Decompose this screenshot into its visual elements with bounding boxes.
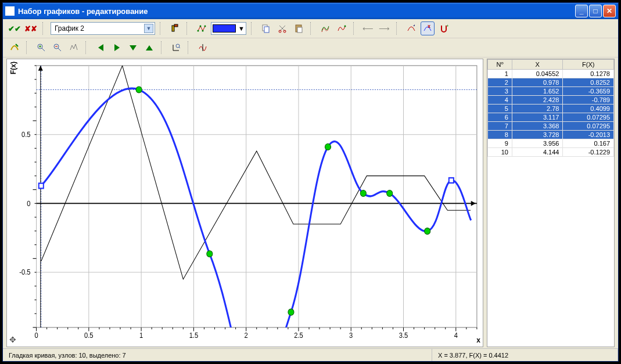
svg-point-4 xyxy=(202,30,204,32)
chart-canvas[interactable]: 00.511.522.533.540.50-0.5 xyxy=(7,59,483,347)
zoom-out-button[interactable] xyxy=(51,41,64,55)
cut-button[interactable] xyxy=(275,21,289,35)
table-header[interactable]: Nº xyxy=(488,60,512,70)
toolbar-row-2 xyxy=(3,38,618,57)
toolbar-separator xyxy=(396,22,400,35)
close-button[interactable]: ✕ xyxy=(603,5,616,17)
toolbar-separator xyxy=(160,22,163,35)
svg-point-116 xyxy=(360,190,366,197)
toolbar-area: ✔✔ ✘✘ График 2 ▼ ▼ xyxy=(3,19,618,57)
svg-text:2: 2 xyxy=(245,331,248,339)
svg-text:-0.5: -0.5 xyxy=(19,268,30,276)
reject-button[interactable]: ✘✘ xyxy=(24,21,38,35)
table-row[interactable]: 63.1170.07295 xyxy=(488,113,614,122)
pan-up-button[interactable] xyxy=(142,41,156,55)
toolbar-separator xyxy=(42,22,46,35)
table-row[interactable]: 93.9560.167 xyxy=(488,139,614,148)
svg-text:3: 3 xyxy=(349,331,353,339)
table-row[interactable]: 83.728-0.2013 xyxy=(488,131,614,139)
toolbar-separator xyxy=(85,41,89,54)
curve-edit-1-button[interactable] xyxy=(318,21,332,35)
status-bar: Гладкая кривая, узлов: 10, выделено: 7 X… xyxy=(3,348,618,361)
svg-rect-0 xyxy=(172,26,174,31)
toolbar-separator xyxy=(161,41,164,54)
table-row[interactable]: 10.045520.1278 xyxy=(488,70,614,78)
data-table-panel: NºXF(X) 10.045520.127820.9780.825231.652… xyxy=(487,59,615,347)
svg-point-118 xyxy=(425,228,430,235)
toolbar-row-1: ✔✔ ✘✘ График 2 ▼ ▼ xyxy=(3,19,618,38)
app-icon xyxy=(5,6,15,16)
graph-selector-value: График 2 xyxy=(55,24,84,33)
nav-right-button[interactable]: ⟶ xyxy=(378,21,392,35)
table-row[interactable]: 52.780.4099 xyxy=(488,104,614,113)
status-left: Гладкая кривая, узлов: 10, выделено: 7 xyxy=(3,349,432,361)
x-axis-label: x xyxy=(476,336,480,344)
properties-button[interactable] xyxy=(168,21,182,35)
svg-rect-11 xyxy=(297,27,302,33)
svg-point-115 xyxy=(325,144,331,150)
plot-area[interactable]: F(x) 00.511.522.533.540.50-0.5 x ✥ xyxy=(6,59,483,347)
zoom-fit-button[interactable] xyxy=(67,41,81,55)
svg-point-2 xyxy=(198,30,199,32)
svg-point-12 xyxy=(344,26,346,27)
curve-style-button[interactable] xyxy=(195,21,209,35)
tool-delete-point-button[interactable]: x xyxy=(421,21,435,35)
nav-left-button[interactable]: ⟵ xyxy=(361,21,375,35)
table-row[interactable]: 42.428-0.789 xyxy=(488,96,614,104)
svg-rect-7 xyxy=(264,27,269,33)
data-table[interactable]: NºXF(X) 10.045520.127820.9780.825231.652… xyxy=(487,59,614,157)
zoom-in-button[interactable] xyxy=(34,41,48,55)
svg-rect-111 xyxy=(39,183,44,189)
svg-rect-119 xyxy=(449,178,454,183)
chevron-down-icon: ▼ xyxy=(144,24,153,33)
tool-snap-button[interactable]: + xyxy=(437,21,451,35)
table-row[interactable]: 104.144-0.1229 xyxy=(488,148,614,157)
svg-rect-1 xyxy=(174,24,178,27)
maximize-button[interactable]: □ xyxy=(589,5,602,17)
toolbar-separator xyxy=(186,22,190,35)
app-window: Набор графиков - редактирование _ □ ✕ ✔✔… xyxy=(2,2,619,362)
move-axes-icon[interactable]: ✥ xyxy=(9,335,16,344)
svg-text:0: 0 xyxy=(27,199,30,207)
svg-point-112 xyxy=(136,87,142,93)
tool-curve-button[interactable] xyxy=(404,21,418,35)
graph-selector-combo[interactable]: График 2 ▼ xyxy=(51,22,155,35)
svg-text:3.5: 3.5 xyxy=(399,331,408,339)
curve-edit-2-button[interactable] xyxy=(335,21,349,35)
color-swatch xyxy=(213,24,236,33)
svg-text:x: x xyxy=(428,24,430,29)
trace-button[interactable] xyxy=(196,41,210,55)
svg-point-114 xyxy=(288,309,294,315)
toolbar-separator xyxy=(251,22,254,35)
copy-button[interactable] xyxy=(259,21,273,35)
table-header[interactable]: X xyxy=(512,60,563,70)
toolbar-separator xyxy=(353,22,357,35)
edit-curve-button[interactable] xyxy=(8,41,21,55)
svg-point-117 xyxy=(387,190,393,197)
minimize-button[interactable]: _ xyxy=(575,5,588,17)
pan-left-button[interactable] xyxy=(94,41,107,55)
paste-button[interactable] xyxy=(292,21,306,35)
svg-text:0.5: 0.5 xyxy=(21,131,30,139)
table-row[interactable]: 73.3680.07295 xyxy=(488,122,614,131)
pan-right-button[interactable] xyxy=(110,41,124,55)
titlebar[interactable]: Набор графиков - редактирование _ □ ✕ xyxy=(3,3,618,19)
table-header[interactable]: F(X) xyxy=(563,60,614,70)
toolbar-separator xyxy=(188,41,191,54)
table-row[interactable]: 20.9780.8252 xyxy=(488,78,614,87)
curve-color-combo[interactable]: ▼ xyxy=(211,22,246,35)
accept-button[interactable]: ✔✔ xyxy=(8,21,21,35)
svg-text:0.5: 0.5 xyxy=(84,331,93,339)
svg-text:4: 4 xyxy=(454,331,458,339)
y-axis-label: F(x) xyxy=(9,62,17,74)
pan-down-button[interactable] xyxy=(126,41,140,55)
svg-text:2.5: 2.5 xyxy=(294,331,303,339)
svg-point-113 xyxy=(207,251,213,257)
chevron-down-icon: ▼ xyxy=(238,25,245,32)
svg-point-3 xyxy=(200,26,202,27)
svg-text:0: 0 xyxy=(34,331,38,339)
status-right: X = 3.877, F(X) = 0.4412 xyxy=(432,349,618,361)
svg-text:1: 1 xyxy=(139,331,143,339)
table-row[interactable]: 31.652-0.3659 xyxy=(488,87,614,96)
axes-settings-button[interactable] xyxy=(169,41,183,55)
